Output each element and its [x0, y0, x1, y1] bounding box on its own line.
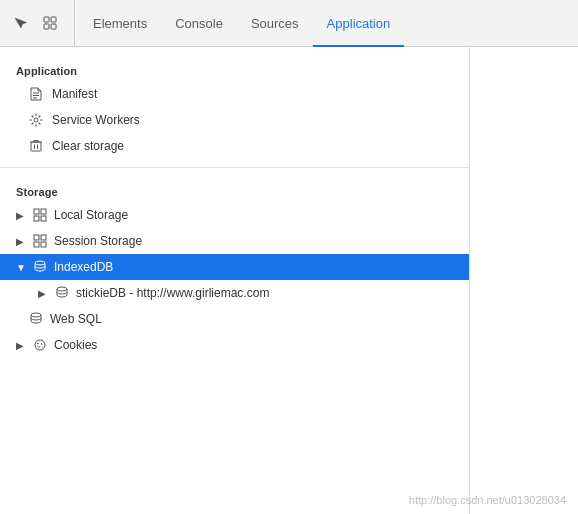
svg-rect-21 — [34, 242, 39, 247]
arrow-right-icon-3: ▶ — [38, 288, 48, 299]
stickiedb-label: stickieDB - http://www.girliemac.com — [76, 286, 457, 300]
svg-rect-17 — [34, 216, 39, 221]
sidebar-item-service-workers[interactable]: Service Workers — [0, 107, 469, 133]
cookies-label: Cookies — [54, 338, 457, 352]
sidebar-item-clear-storage[interactable]: Clear storage — [0, 133, 469, 159]
svg-rect-18 — [41, 216, 46, 221]
session-storage-label: Session Storage — [54, 234, 457, 248]
divider-1 — [0, 167, 469, 168]
svg-rect-2 — [44, 24, 49, 29]
svg-point-29 — [38, 346, 40, 348]
svg-point-25 — [31, 313, 41, 317]
tab-elements[interactable]: Elements — [79, 1, 161, 47]
tab-bar: Elements Console Sources Application — [0, 0, 578, 47]
stack-icon-indexeddb — [32, 259, 48, 275]
svg-point-26 — [35, 340, 45, 350]
arrow-right-icon: ▶ — [16, 210, 26, 221]
sidebar-item-stickiedb[interactable]: ▶ stickieDB - http://www.girliemac.com — [0, 280, 469, 306]
sidebar-item-manifest[interactable]: Manifest — [0, 81, 469, 107]
svg-rect-20 — [41, 235, 46, 240]
tab-sources[interactable]: Sources — [237, 1, 313, 47]
arrow-right-icon-2: ▶ — [16, 236, 26, 247]
file-icon — [28, 86, 44, 102]
trash-icon — [28, 138, 44, 154]
sidebar-item-session-storage[interactable]: ▶ Session Storage — [0, 228, 469, 254]
arrow-down-icon: ▼ — [16, 262, 26, 273]
watermark: http://blog.csdn.net/u013028034 — [409, 494, 566, 506]
right-panel — [470, 47, 578, 514]
arrow-right-icon-4: ▶ — [16, 340, 26, 351]
toolbar-icons — [6, 0, 75, 46]
cookie-icon — [32, 337, 48, 353]
svg-rect-22 — [41, 242, 46, 247]
sidebar: Application Manifest Service W — [0, 47, 470, 514]
svg-rect-3 — [51, 24, 56, 29]
svg-point-7 — [34, 118, 38, 122]
grid-icon-session — [32, 233, 48, 249]
cursor-icon[interactable] — [6, 9, 34, 37]
gear-icon — [28, 112, 44, 128]
svg-rect-0 — [44, 17, 49, 22]
svg-point-28 — [41, 343, 43, 345]
clear-storage-label: Clear storage — [52, 139, 457, 153]
stack-icon-websql — [28, 311, 44, 327]
svg-rect-8 — [31, 142, 41, 151]
svg-rect-16 — [41, 209, 46, 214]
section-storage-label: Storage — [0, 176, 469, 202]
sidebar-item-cookies[interactable]: ▶ Cookies — [0, 332, 469, 358]
sidebar-item-indexeddb[interactable]: ▼ IndexedDB — [0, 254, 469, 280]
web-sql-label: Web SQL — [50, 312, 457, 326]
svg-point-23 — [35, 261, 45, 265]
svg-point-30 — [41, 346, 42, 347]
svg-rect-19 — [34, 235, 39, 240]
grid-icon-local — [32, 207, 48, 223]
tab-console[interactable]: Console — [161, 1, 237, 47]
svg-rect-15 — [34, 209, 39, 214]
svg-point-24 — [57, 287, 67, 291]
service-workers-label: Service Workers — [52, 113, 457, 127]
manifest-label: Manifest — [52, 87, 457, 101]
tab-application[interactable]: Application — [313, 1, 405, 47]
stack-icon-stickiedb — [54, 285, 70, 301]
svg-point-27 — [37, 343, 39, 345]
local-storage-label: Local Storage — [54, 208, 457, 222]
sidebar-item-local-storage[interactable]: ▶ Local Storage — [0, 202, 469, 228]
svg-rect-1 — [51, 17, 56, 22]
section-application-label: Application — [0, 55, 469, 81]
inspect-icon[interactable] — [36, 9, 64, 37]
sidebar-item-web-sql[interactable]: Web SQL — [0, 306, 469, 332]
indexeddb-label: IndexedDB — [54, 260, 457, 274]
main-content: Application Manifest Service W — [0, 47, 578, 514]
svg-point-31 — [37, 346, 38, 347]
